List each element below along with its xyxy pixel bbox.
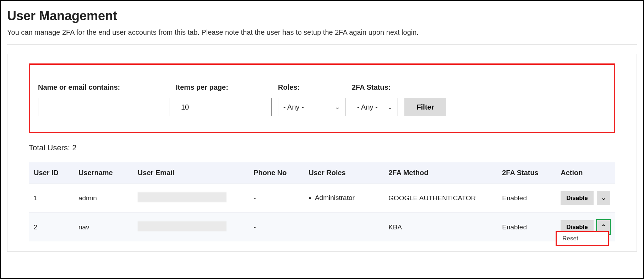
col-method: 2FA Method [383, 162, 497, 184]
user-management-panel: Name or email contains: Items per page: … [7, 54, 637, 252]
cell-status: Enabled [497, 184, 556, 213]
filter-2fa-label: 2FA Status: [352, 83, 398, 91]
filter-items-label: Items per page: [176, 83, 272, 91]
filter-2fa-value: - Any - [357, 103, 378, 111]
filter-2fa-select[interactable]: - Any - ⌄ [352, 98, 398, 116]
cell-username: admin [73, 184, 133, 213]
filter-roles-field: Roles: - Any - ⌄ [278, 83, 345, 116]
table-row: 2 nav - KBA Enabled Disable ⌃ Reset [29, 213, 615, 242]
filter-roles-label: Roles: [278, 83, 345, 91]
total-users: Total Users: 2 [29, 143, 615, 152]
filter-2fa-field: 2FA Status: - Any - ⌄ [352, 83, 398, 116]
cell-email [133, 213, 249, 242]
cell-roles: Administrator [304, 184, 383, 213]
redacted-email [138, 192, 227, 202]
cell-action: Disable ⌃ Reset [556, 213, 615, 242]
filter-items-input[interactable] [176, 98, 272, 116]
total-users-prefix: Total Users: [29, 143, 72, 152]
cell-method: GOOGLE AUTHENTICATOR [383, 184, 497, 213]
cell-roles [304, 213, 383, 242]
action-dropdown-item-reset[interactable]: Reset [556, 231, 609, 246]
filter-name-label: Name or email contains: [38, 83, 169, 91]
redacted-email [138, 221, 227, 231]
divider [7, 44, 637, 45]
chevron-up-icon: ⌃ [601, 224, 606, 230]
col-roles: User Roles [304, 162, 383, 184]
filter-name-field: Name or email contains: [38, 83, 169, 116]
filter-box: Name or email contains: Items per page: … [29, 63, 615, 133]
disable-button[interactable]: Disable [561, 191, 593, 205]
cell-phone: - [249, 184, 304, 213]
action-dropdown-toggle[interactable]: ⌄ [597, 191, 610, 205]
chevron-down-icon: ⌄ [601, 195, 606, 201]
users-table: User ID Username User Email Phone No Use… [29, 162, 615, 241]
cell-user-id: 2 [29, 213, 73, 242]
col-user-id: User ID [29, 162, 73, 184]
cell-phone: - [249, 213, 304, 242]
filter-items-field: Items per page: [176, 83, 272, 116]
cell-username: nav [73, 213, 133, 242]
cell-status: Enabled [497, 213, 556, 242]
filter-button[interactable]: Filter [404, 98, 446, 116]
cell-method: KBA [383, 213, 497, 242]
col-phone: Phone No [249, 162, 304, 184]
role-item: Administrator [309, 194, 355, 201]
col-username: Username [73, 162, 133, 184]
page-description: You can manage 2FA for the end user acco… [7, 28, 637, 37]
col-user-email: User Email [133, 162, 249, 184]
total-users-count: 2 [72, 143, 76, 152]
col-action: Action [556, 162, 615, 184]
page-title: User Management [7, 9, 637, 23]
cell-email [133, 184, 249, 213]
filter-name-input[interactable] [38, 98, 169, 116]
cell-user-id: 1 [29, 184, 73, 213]
table-header-row: User ID Username User Email Phone No Use… [29, 162, 615, 184]
chevron-down-icon: ⌄ [387, 103, 393, 111]
filter-roles-value: - Any - [283, 103, 304, 111]
filter-roles-select[interactable]: - Any - ⌄ [278, 98, 345, 116]
cell-action: Disable ⌄ [556, 184, 615, 213]
col-status: 2FA Status [497, 162, 556, 184]
chevron-down-icon: ⌄ [335, 103, 340, 111]
table-row: 1 admin - Administrator GOOGLE AUTHENTIC… [29, 184, 615, 213]
